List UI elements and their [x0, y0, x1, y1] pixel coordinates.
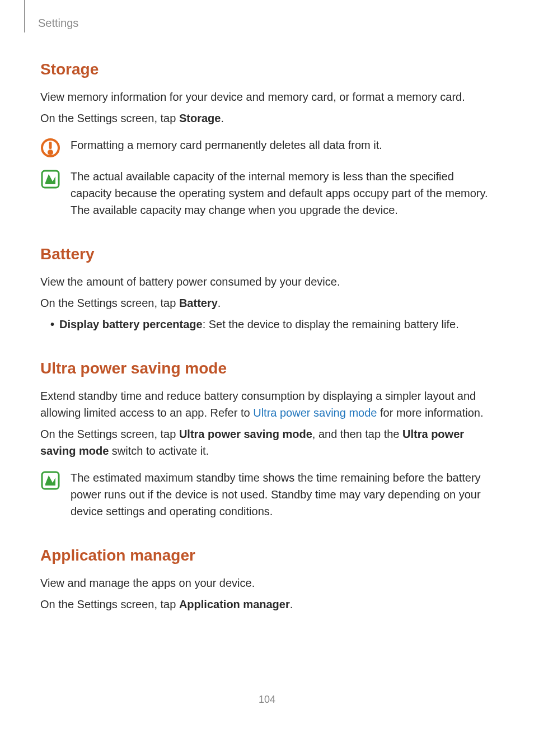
ultra-nav: On the Settings screen, tap Ultra power … — [40, 426, 494, 459]
header-divider — [24, 0, 25, 32]
appmgr-desc: View and manage the apps on your device. — [40, 575, 494, 591]
info-note: The actual available capacity of the int… — [40, 168, 494, 218]
info-icon — [40, 470, 60, 491]
page-content: Storage View memory information for your… — [0, 0, 534, 613]
info-text: The estimated maximum standby time shows… — [71, 469, 494, 520]
text: On the Settings screen, tap — [40, 598, 179, 610]
battery-list: Display battery percentage: Set the devi… — [40, 316, 494, 333]
caution-icon — [40, 138, 60, 158]
appmgr-nav: On the Settings screen, tap Application … — [40, 596, 494, 613]
ultra-desc: Extend standby time and reduce battery c… — [40, 388, 494, 421]
page-number: 104 — [0, 694, 534, 706]
svg-rect-1 — [49, 142, 52, 149]
text: . — [218, 297, 221, 309]
text: On the Settings screen, tap — [40, 112, 179, 124]
bold-text: Battery — [179, 297, 218, 309]
heading-storage: Storage — [40, 60, 494, 78]
text: switch to activate it. — [109, 445, 209, 457]
storage-desc: View memory information for your device … — [40, 88, 494, 105]
text: for more information. — [377, 407, 483, 419]
caution-note: Formatting a memory card permanently del… — [40, 137, 494, 158]
heading-appmgr: Application manager — [40, 547, 494, 564]
heading-battery: Battery — [40, 245, 494, 263]
text: On the Settings screen, tap — [40, 428, 179, 440]
text: . — [290, 598, 293, 610]
text: . — [221, 112, 224, 124]
bold-text: Application manager — [179, 598, 290, 610]
battery-desc: View the amount of battery power consume… — [40, 273, 494, 290]
link-ultra-power-saving[interactable]: Ultra power saving mode — [253, 407, 377, 419]
page-header: Settings — [38, 17, 78, 30]
bold-text: Ultra power saving mode — [179, 428, 312, 440]
info-icon — [40, 169, 60, 189]
bold-text: Storage — [179, 112, 221, 124]
battery-nav: On the Settings screen, tap Battery. — [40, 295, 494, 311]
info-note: The estimated maximum standby time shows… — [40, 469, 494, 520]
text: : Set the device to display the remainin… — [203, 318, 459, 330]
info-text: The actual available capacity of the int… — [71, 168, 494, 218]
storage-nav: On the Settings screen, tap Storage. — [40, 110, 494, 127]
bold-text: Display battery percentage — [59, 318, 203, 330]
text: On the Settings screen, tap — [40, 297, 179, 309]
text: , and then tap the — [312, 428, 402, 440]
svg-point-2 — [49, 151, 52, 154]
list-item: Display battery percentage: Set the devi… — [40, 316, 494, 333]
caution-text: Formatting a memory card permanently del… — [71, 137, 494, 153]
heading-ultra: Ultra power saving mode — [40, 360, 494, 377]
